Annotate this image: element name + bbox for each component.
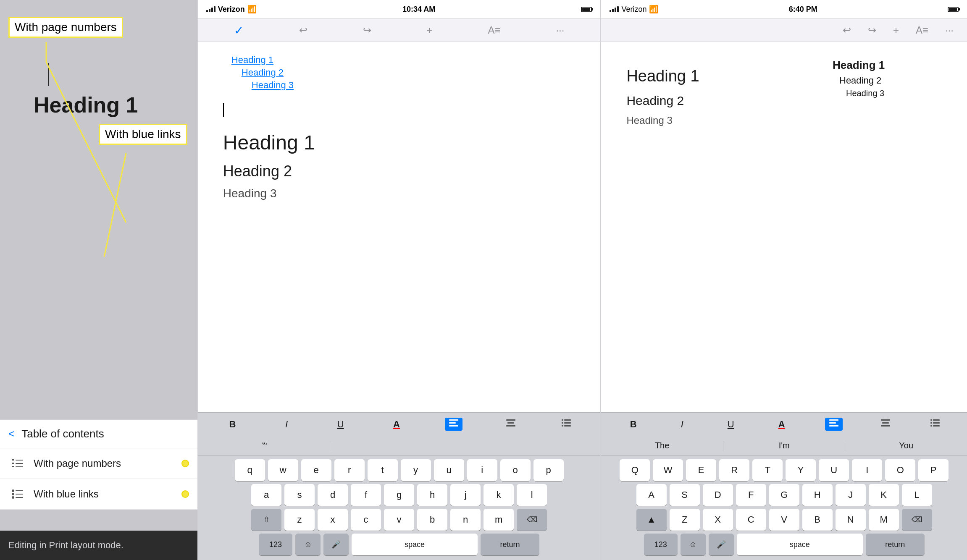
space-key-right[interactable]: space bbox=[737, 534, 863, 555]
shift-key-center[interactable]: ⇧ bbox=[251, 509, 281, 531]
undo-button[interactable]: ↩ bbox=[296, 23, 311, 38]
text-color-button-right[interactable]: A bbox=[774, 417, 789, 432]
key-g[interactable]: g bbox=[384, 484, 414, 506]
key-U[interactable]: U bbox=[819, 459, 849, 481]
key-z[interactable]: z bbox=[284, 509, 315, 531]
key-v[interactable]: v bbox=[384, 509, 414, 531]
key-C[interactable]: C bbox=[736, 509, 766, 531]
right-format-button[interactable]: A≡ bbox=[912, 23, 932, 38]
key-M[interactable]: M bbox=[869, 509, 899, 531]
shift-key-right[interactable]: ▲ bbox=[636, 509, 667, 531]
key-X[interactable]: X bbox=[703, 509, 733, 531]
underline-button-right[interactable]: U bbox=[723, 417, 738, 432]
key-B[interactable]: B bbox=[802, 509, 833, 531]
predictive-word-1-right[interactable]: The bbox=[601, 441, 723, 450]
key-V[interactable]: V bbox=[769, 509, 799, 531]
key-h[interactable]: h bbox=[417, 484, 447, 506]
key-b[interactable]: b bbox=[417, 509, 447, 531]
key-d[interactable]: d bbox=[318, 484, 348, 506]
predictive-word-3-right[interactable]: You bbox=[845, 441, 967, 450]
list-button-right[interactable] bbox=[928, 418, 942, 431]
align-center-button-center[interactable] bbox=[504, 418, 518, 431]
toc-link-heading1[interactable]: Heading 1 bbox=[231, 55, 575, 65]
key-S[interactable]: S bbox=[670, 484, 700, 506]
key-Z[interactable]: Z bbox=[670, 509, 700, 531]
key-e[interactable]: e bbox=[301, 459, 331, 481]
key-J[interactable]: J bbox=[836, 484, 866, 506]
key-l[interactable]: l bbox=[517, 484, 547, 506]
format-button[interactable]: A≡ bbox=[484, 23, 504, 38]
key-F[interactable]: F bbox=[736, 484, 766, 506]
italic-button-center[interactable]: I bbox=[281, 417, 292, 432]
toc-link-heading2[interactable]: Heading 2 bbox=[242, 67, 575, 78]
key-f[interactable]: f bbox=[351, 484, 381, 506]
underline-button-center[interactable]: U bbox=[333, 417, 348, 432]
add-button[interactable]: + bbox=[423, 23, 436, 38]
key-i[interactable]: i bbox=[467, 459, 497, 481]
right-add-button[interactable]: + bbox=[890, 23, 902, 38]
key-r[interactable]: r bbox=[334, 459, 365, 481]
italic-button-right[interactable]: I bbox=[677, 417, 688, 432]
key-K[interactable]: K bbox=[869, 484, 899, 506]
key-w[interactable]: w bbox=[268, 459, 298, 481]
key-D[interactable]: D bbox=[703, 484, 733, 506]
key-O[interactable]: O bbox=[885, 459, 915, 481]
toc-item-blue-links[interactable]: With blue links bbox=[0, 479, 197, 510]
mic-key-center[interactable]: 🎤 bbox=[323, 534, 349, 555]
align-left-button-right[interactable] bbox=[825, 418, 843, 431]
num-key-right[interactable]: 123 bbox=[644, 534, 678, 555]
key-o[interactable]: o bbox=[500, 459, 531, 481]
key-q[interactable]: q bbox=[235, 459, 265, 481]
toc-link-heading3[interactable]: Heading 3 bbox=[252, 80, 575, 91]
key-A[interactable]: A bbox=[636, 484, 667, 506]
key-W[interactable]: W bbox=[653, 459, 683, 481]
check-button[interactable]: ✓ bbox=[231, 22, 247, 39]
right-undo-button[interactable]: ↩ bbox=[839, 23, 854, 38]
key-R[interactable]: R bbox=[719, 459, 749, 481]
redo-button[interactable]: ↪ bbox=[360, 23, 375, 38]
return-key-right[interactable]: return bbox=[866, 534, 925, 555]
toc-item-page-numbers[interactable]: With page numbers bbox=[0, 448, 197, 479]
key-I[interactable]: I bbox=[852, 459, 882, 481]
key-H[interactable]: H bbox=[802, 484, 833, 506]
key-c[interactable]: c bbox=[351, 509, 381, 531]
predictive-word-1-center[interactable]: ‟' bbox=[198, 441, 332, 451]
predictive-word-2-right[interactable]: I'm bbox=[723, 441, 846, 450]
key-y[interactable]: y bbox=[401, 459, 431, 481]
bold-button-right[interactable]: B bbox=[626, 417, 641, 432]
key-u[interactable]: u bbox=[434, 459, 464, 481]
key-T[interactable]: T bbox=[752, 459, 783, 481]
align-left-button-center[interactable] bbox=[445, 418, 462, 431]
right-more-button[interactable]: ··· bbox=[942, 23, 957, 38]
list-button-center[interactable] bbox=[559, 418, 573, 431]
bold-button-center[interactable]: B bbox=[225, 417, 240, 432]
num-key-center[interactable]: 123 bbox=[259, 534, 292, 555]
key-k[interactable]: k bbox=[484, 484, 514, 506]
key-n[interactable]: n bbox=[450, 509, 481, 531]
key-x[interactable]: x bbox=[318, 509, 348, 531]
key-Q[interactable]: Q bbox=[620, 459, 650, 481]
more-button[interactable]: ··· bbox=[552, 23, 568, 38]
key-Y[interactable]: Y bbox=[786, 459, 816, 481]
key-L[interactable]: L bbox=[902, 484, 932, 506]
mic-key-right[interactable]: 🎤 bbox=[709, 534, 734, 555]
key-j[interactable]: j bbox=[450, 484, 481, 506]
delete-key-right[interactable]: ⌫ bbox=[902, 509, 932, 531]
key-N[interactable]: N bbox=[836, 509, 866, 531]
key-E[interactable]: E bbox=[686, 459, 716, 481]
emoji-key-center[interactable]: ☺ bbox=[295, 534, 321, 555]
key-t[interactable]: t bbox=[368, 459, 398, 481]
key-P[interactable]: P bbox=[918, 459, 949, 481]
right-redo-button[interactable]: ↪ bbox=[865, 23, 880, 38]
align-center-button-right[interactable] bbox=[878, 418, 893, 431]
key-G[interactable]: G bbox=[769, 484, 799, 506]
back-icon[interactable]: < bbox=[8, 427, 15, 440]
text-color-button-center[interactable]: A bbox=[389, 417, 404, 432]
delete-key-center[interactable]: ⌫ bbox=[517, 509, 547, 531]
emoji-key-right[interactable]: ☺ bbox=[681, 534, 706, 555]
key-s[interactable]: s bbox=[284, 484, 315, 506]
space-key-center[interactable]: space bbox=[352, 534, 478, 555]
key-p[interactable]: p bbox=[533, 459, 564, 481]
key-a[interactable]: a bbox=[251, 484, 281, 506]
return-key-center[interactable]: return bbox=[481, 534, 539, 555]
